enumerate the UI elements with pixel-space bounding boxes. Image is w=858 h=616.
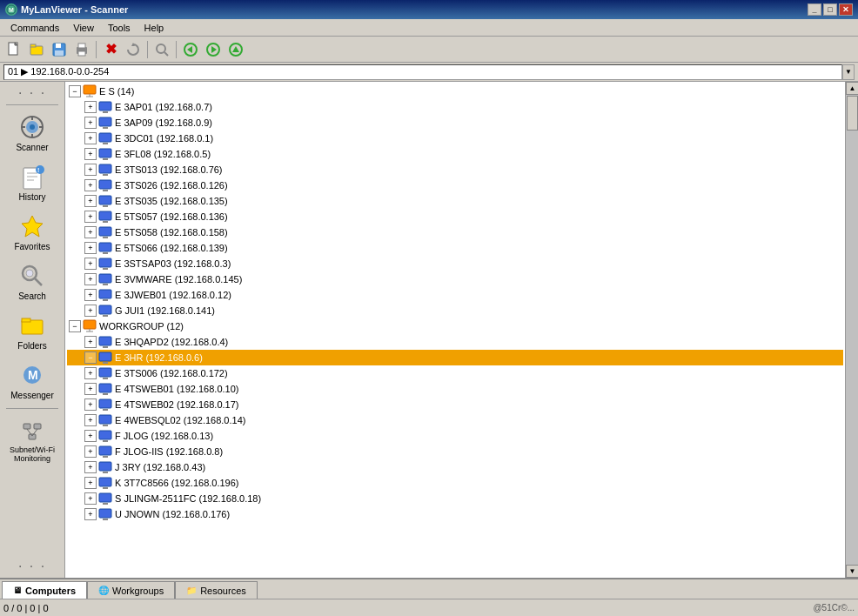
- sidebar-item-history[interactable]: ! History: [2, 158, 63, 206]
- stop-button[interactable]: ✖: [100, 39, 121, 60]
- tree-panel[interactable]: − E S (14) + E 3AP01 (192.168.0.7): [65, 82, 845, 578]
- node-wg-4[interactable]: + E 4TSWEB02 (192.168.0.17): [67, 397, 843, 412]
- expand-wg-11[interactable]: +: [84, 508, 97, 520]
- expand-es-10[interactable]: +: [84, 258, 97, 270]
- node-es-10[interactable]: + E 3STSAP03 (192.168.0.3): [67, 256, 843, 271]
- node-es-0[interactable]: + E 3AP01 (192.168.0.7): [67, 99, 843, 115]
- expand-es-8[interactable]: +: [84, 226, 97, 238]
- close-button[interactable]: ✕: [839, 3, 853, 16]
- expand-es-4[interactable]: +: [84, 164, 97, 176]
- node-wg-2[interactable]: + E 3TS006 (192.168.0.172): [67, 365, 843, 381]
- node-es-9[interactable]: + E 5TS066 (192.168.0.139): [67, 240, 843, 256]
- node-wg-5[interactable]: + E 4WEBSQL02 (192.168.0.14): [67, 412, 843, 428]
- expand-es-2[interactable]: +: [84, 132, 97, 144]
- menu-view[interactable]: View: [66, 21, 101, 35]
- minimize-button[interactable]: _: [808, 3, 821, 16]
- new-button[interactable]: [3, 39, 24, 60]
- node-es-12[interactable]: + E 3JWEB01 (192.168.0.12): [67, 287, 843, 303]
- expand-es-12[interactable]: +: [84, 289, 97, 301]
- save-button[interactable]: [49, 39, 70, 60]
- maximize-button[interactable]: □: [823, 3, 837, 16]
- expand-wg-5[interactable]: +: [84, 414, 97, 426]
- address-scroll-btn[interactable]: ▼: [842, 64, 855, 80]
- expand-wg-2[interactable]: +: [84, 367, 97, 379]
- node-es-3[interactable]: + E 3FL08 (192.168.0.5): [67, 146, 843, 162]
- computer-icon-wg-4: [98, 398, 112, 412]
- expand-es-9[interactable]: +: [84, 242, 97, 254]
- window-controls[interactable]: _ □ ✕: [808, 3, 853, 16]
- expand-es-6[interactable]: +: [84, 195, 97, 207]
- open-button[interactable]: [26, 39, 47, 60]
- node-es-8[interactable]: + E 5TS058 (192.168.0.158): [67, 224, 843, 240]
- node-es-1-label: E 3AP09 (192.168.0.9): [115, 117, 212, 128]
- expand-workgroup[interactable]: −: [69, 320, 81, 332]
- node-wg-6[interactable]: + F JLOG (192.168.0.13): [67, 428, 843, 444]
- address-field[interactable]: 01 ▶ 192.168.0-0.0-254: [3, 64, 842, 80]
- tab-resources[interactable]: 📁 Resources: [175, 581, 258, 599]
- up-button[interactable]: [225, 39, 246, 60]
- expand-wg-7[interactable]: +: [84, 445, 97, 458]
- tab-computers[interactable]: 🖥 Computers: [2, 581, 87, 599]
- print-button[interactable]: [71, 39, 92, 60]
- expand-es-3[interactable]: +: [84, 148, 97, 160]
- expand-es-0[interactable]: +: [84, 101, 97, 113]
- menu-commands[interactable]: Commands: [3, 21, 66, 35]
- node-wg-1[interactable]: − E 3HR (192.168.0.6): [67, 350, 843, 365]
- search-button[interactable]: [151, 39, 172, 60]
- node-es-6[interactable]: + E 3TS035 (192.168.0.135): [67, 193, 843, 209]
- sidebar-item-favorites[interactable]: Favorites: [2, 208, 63, 256]
- expand-wg-1[interactable]: −: [84, 352, 97, 364]
- sidebar-item-messenger[interactable]: M Messenger: [2, 357, 63, 405]
- expand-wg-8[interactable]: +: [84, 461, 97, 473]
- node-es-13[interactable]: + G JUI1 (192.168.0.141): [67, 303, 843, 318]
- refresh-button[interactable]: [123, 39, 144, 60]
- node-wg-9[interactable]: + K 3T7C8566 (192.168.0.196): [67, 475, 843, 491]
- node-es-1[interactable]: + E 3AP09 (192.168.0.9): [67, 115, 843, 131]
- sidebar-item-subnet[interactable]: Subnet/Wi-Fi Monitoring: [2, 412, 63, 468]
- node-es-7[interactable]: + E 5TS057 (192.168.0.136): [67, 209, 843, 224]
- expand-wg-0[interactable]: +: [84, 336, 97, 348]
- tab-workgroups[interactable]: 🌐 Workgroups: [87, 581, 175, 599]
- node-es-5[interactable]: + E 3TS026 (192.168.0.126): [67, 177, 843, 193]
- vertical-scrollbar[interactable]: ▲ ▼: [845, 82, 858, 578]
- node-wg-8[interactable]: + J 3RY (192.168.0.43): [67, 459, 843, 475]
- expand-es-7[interactable]: +: [84, 211, 97, 223]
- computer-icon-7: [98, 210, 112, 224]
- menu-tools[interactable]: Tools: [101, 21, 137, 35]
- node-es-2[interactable]: + E 3DC01 (192.168.0.1): [67, 131, 843, 146]
- node-wg-0[interactable]: + E 3HQAPD2 (192.168.0.4): [67, 334, 843, 350]
- expand-es-13[interactable]: +: [84, 305, 97, 317]
- expand-es-1[interactable]: +: [84, 117, 97, 129]
- group-es-label: E S (14): [99, 86, 134, 97]
- expand-wg-10[interactable]: +: [84, 492, 97, 505]
- menu-help[interactable]: Help: [137, 21, 171, 35]
- group-es[interactable]: − E S (14): [67, 84, 843, 99]
- expand-wg-4[interactable]: +: [84, 398, 97, 411]
- expand-es-5[interactable]: +: [84, 179, 97, 191]
- svg-rect-103: [99, 509, 111, 518]
- expand-wg-3[interactable]: +: [84, 383, 97, 395]
- group-workgroup[interactable]: − WORKGROUP (12): [67, 318, 843, 334]
- expand-es-11[interactable]: +: [84, 273, 97, 285]
- node-wg-11[interactable]: + U JNOWN (192.168.0.176): [67, 506, 843, 522]
- expand-wg-9[interactable]: +: [84, 477, 97, 489]
- node-wg-3[interactable]: + E 4TSWEB01 (192.168.0.10): [67, 381, 843, 397]
- scroll-down-btn[interactable]: ▼: [846, 565, 858, 578]
- node-wg-10[interactable]: + S JLINGM-2511FC (192.168.0.18): [67, 491, 843, 506]
- svg-text:!: !: [37, 167, 39, 173]
- back-button[interactable]: [180, 39, 201, 60]
- node-es-4[interactable]: + E 3TS013 (192.168.0.76): [67, 162, 843, 177]
- expand-es[interactable]: −: [69, 85, 81, 97]
- forward-button[interactable]: [203, 39, 224, 60]
- sidebar-item-scanner[interactable]: Scanner: [2, 109, 63, 157]
- svg-rect-8: [55, 50, 64, 56]
- scroll-track[interactable]: [846, 95, 858, 565]
- sidebar-item-folders[interactable]: Folders: [2, 307, 63, 355]
- scroll-thumb[interactable]: [847, 96, 858, 131]
- scroll-up-btn[interactable]: ▲: [846, 82, 858, 95]
- node-es-6-label: E 3TS035 (192.168.0.135): [115, 196, 228, 206]
- node-es-11[interactable]: + E 3VMWARE (192.168.0.145): [67, 271, 843, 287]
- sidebar-item-search[interactable]: Search: [2, 258, 63, 305]
- expand-wg-6[interactable]: +: [84, 430, 97, 442]
- node-wg-7[interactable]: + F JLOG-IIS (192.168.0.8): [67, 444, 843, 459]
